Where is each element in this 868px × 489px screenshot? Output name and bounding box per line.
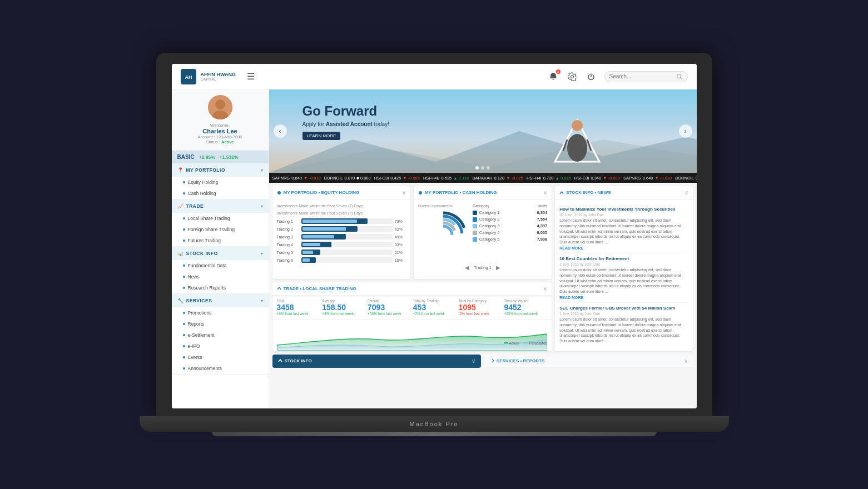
hero-prev-btn[interactable]: ‹ xyxy=(274,124,287,138)
nav-dot xyxy=(183,239,185,242)
bottom-services-panel: SERVICES • REPORTS ∨ xyxy=(484,355,693,368)
nav-section-trade: 📈 TRADE ▾ Local Share TradingForeign Sha… xyxy=(172,199,269,247)
bottom-stock-info-panel: STOCK INFO ∨ xyxy=(272,355,482,368)
nav-dot xyxy=(183,367,185,370)
main-content: Welcome, Charles Lee Account : 123-456-7… xyxy=(172,89,697,408)
nav-section-services: 🔧 SERVICES ▾ PromotionsReportse-Settleme… xyxy=(172,294,269,375)
nav-header-services[interactable]: 🔧 SERVICES ▾ xyxy=(172,294,269,307)
equity-subtitle: Investments Made within the Past Seven (… xyxy=(277,204,406,208)
bottom-panels: STOCK INFO ∨ SERVICES • REPORTS xyxy=(269,355,697,371)
trade-stat-item: Average 158.50 +3% from last week xyxy=(322,299,365,316)
nav-header-stockinfo[interactable]: 📊 STOCK INFO ▾ xyxy=(172,247,269,260)
logo-name: AFFIN HWANG xyxy=(201,72,236,78)
trade-stat-item: Total by Market 9452 +25% from last week xyxy=(504,299,547,316)
news-item: How to Maximize Your Investments Through… xyxy=(559,204,688,253)
laptop-screen: AH AFFIN HWANG CAPITAL ☰ 3 xyxy=(172,64,697,408)
dashboard-grid: MY PORTFOLIO • EQUITY HOLDING ∨ Investme… xyxy=(269,183,697,355)
nav-item-futures-trading[interactable]: Futures Trading xyxy=(172,235,269,246)
nav-item-events[interactable]: Events xyxy=(172,352,269,363)
nav-item-foreign-share-trading[interactable]: Foreign Share Trading xyxy=(172,224,269,235)
news-panel-collapse[interactable]: ∨ xyxy=(685,189,688,196)
trade-panel-title: TRADE • LOCAL SHARE TRADING xyxy=(277,286,356,291)
news-excerpt: Lorem ipsum dolor sit amet, consectetur … xyxy=(559,267,688,295)
nav-dot xyxy=(183,356,185,358)
nav-dot xyxy=(183,181,185,183)
nav-label-services: SERVICES xyxy=(186,298,212,303)
news-item: SEC Charges Former UBS Broker with $4 Mi… xyxy=(559,303,688,347)
donut-next-btn[interactable]: ▶ xyxy=(496,265,500,271)
settings-icon[interactable] xyxy=(567,71,578,82)
nav-item-e-settlement[interactable]: e-Settlement xyxy=(172,330,269,341)
donut-prev-btn[interactable]: ◀ xyxy=(465,265,469,271)
hamburger-btn[interactable]: ☰ xyxy=(247,71,255,82)
avatar xyxy=(208,95,232,119)
bottom-stock-collapse[interactable]: ∨ xyxy=(472,358,475,364)
nav-item-announcements[interactable]: Announcements xyxy=(172,363,269,374)
news-item: 10 Best Countries for Retirement 1 July,… xyxy=(559,253,688,303)
trade-panel-collapse[interactable]: ∨ xyxy=(543,286,547,292)
nav-item-research-reports[interactable]: Research Reports xyxy=(172,282,269,293)
nav-dot xyxy=(183,334,185,336)
nav-icon-trade: 📈 xyxy=(177,203,183,209)
nav-header-portfolio[interactable]: 📍 MY PORTFOLIO ▾ xyxy=(172,163,269,177)
hero-banner: Go Forward Apply for Assisted Account to… xyxy=(269,89,697,173)
news-excerpt: Lorem ipsum dolor sit amet, consectetur … xyxy=(559,317,688,344)
ticker-item: SAPNRG0.640▼ -0.010 xyxy=(623,176,672,181)
gain2: +1.532% xyxy=(220,154,239,160)
read-more-btn[interactable]: READ MORE xyxy=(559,296,688,300)
power-icon[interactable] xyxy=(586,71,597,82)
equity-panel-collapse[interactable]: ∨ xyxy=(402,189,406,196)
legend-row: Category 5 7,908 xyxy=(473,237,547,242)
svg-point-21 xyxy=(434,226,452,244)
hero-next-btn[interactable]: › xyxy=(679,124,692,138)
nav-header-trade[interactable]: 📈 TRADE ▾ xyxy=(172,199,269,213)
nav-dot xyxy=(183,287,185,289)
nav-chevron-services: ▾ xyxy=(261,298,263,303)
ticker-item: SAPNRG0.640▼ -0.010 xyxy=(272,176,321,181)
equity-bar-row: Trading 2 62% xyxy=(277,226,406,232)
sidebar: Welcome, Charles Lee Account : 123-456-7… xyxy=(172,89,269,408)
ticker-item: BORNOIL0.070■ 0.000 xyxy=(675,176,696,181)
nav-item-equity-holding[interactable]: Equity Holding xyxy=(172,177,269,188)
hero-title: Go Forward xyxy=(302,103,389,119)
nav-item-local-share-trading[interactable]: Local Share Trading xyxy=(172,213,269,224)
nav-dot xyxy=(183,265,185,267)
news-title[interactable]: 10 Best Countries for Retirement xyxy=(559,256,688,261)
news-date: 30 June, 2016 by John Doe xyxy=(559,213,688,217)
hero-cta-btn[interactable]: LEARN MORE xyxy=(302,132,341,140)
bottom-services-collapse[interactable]: ∨ xyxy=(684,358,688,364)
svg-line-14 xyxy=(587,139,591,151)
nav-dot xyxy=(183,312,185,314)
nav-item-e-ipo[interactable]: e-IPO xyxy=(172,341,269,352)
nav-item-fundamental-data[interactable]: Fundamental Data xyxy=(172,260,269,271)
nav-icon-services: 🔧 xyxy=(177,298,183,303)
nav-item-news[interactable]: News xyxy=(172,271,269,282)
laptop-base: MacBook Pro xyxy=(140,416,729,432)
nav-sections: 📍 MY PORTFOLIO ▾ Equity HoldingCash Hold… xyxy=(172,163,269,375)
logo-sub: CAPITAL xyxy=(201,77,236,81)
news-title[interactable]: How to Maximize Your Investments Through… xyxy=(559,207,688,212)
hero-subtitle: Apply for Assisted Account today! xyxy=(302,121,389,127)
nav-item-reports[interactable]: Reports xyxy=(172,318,269,330)
nav-dot xyxy=(183,276,185,278)
svg-point-15 xyxy=(277,191,281,194)
search-bar[interactable] xyxy=(604,71,688,82)
equity-bar-row: Trading 1 73% xyxy=(277,218,406,224)
nav-item-cash-holding[interactable]: Cash Holding xyxy=(172,188,269,199)
nav-dot xyxy=(183,217,185,219)
search-input[interactable] xyxy=(609,73,676,79)
gain1: +2.95% xyxy=(199,154,215,160)
cash-panel-collapse[interactable]: ∨ xyxy=(543,189,547,196)
trade-local-panel: TRADE • LOCAL SHARE TRADING ∨ Total 3458… xyxy=(272,282,552,351)
portfolio-equity-panel: MY PORTFOLIO • EQUITY HOLDING ∨ Investme… xyxy=(272,186,410,279)
equity-bar-row: Trading 5 21% xyxy=(277,250,406,255)
news-date: 1 July, 2016 by John Doe xyxy=(559,262,688,266)
svg-point-3 xyxy=(677,74,681,78)
donut-nav-label: Trading 1 xyxy=(474,265,491,270)
legend-row: Category 1 6,304 xyxy=(473,210,547,215)
read-more-btn[interactable]: READ MORE xyxy=(559,246,688,250)
news-title[interactable]: SEC Charges Former UBS Broker with $4 Mi… xyxy=(559,306,688,311)
nav-item-promotions[interactable]: Promotions xyxy=(172,307,269,318)
notifications-icon[interactable]: 3 xyxy=(548,71,559,82)
news-panel: STOCK INFO • NEWS ∨ How to Maximize Your… xyxy=(555,186,693,351)
